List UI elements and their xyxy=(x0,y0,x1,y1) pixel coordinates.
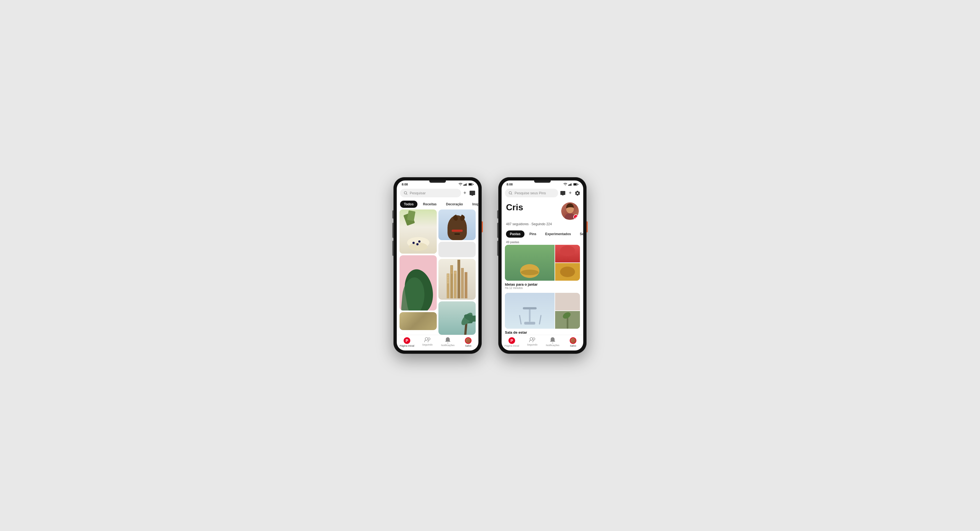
board-jantar[interactable]: Ideias para o jantar Há 12 minutos xyxy=(501,245,583,293)
svg-line-8 xyxy=(406,194,407,195)
phone-volume-down-button xyxy=(392,241,393,256)
nav-following-2[interactable]: Seguindo xyxy=(522,337,542,347)
svg-point-10 xyxy=(428,338,430,340)
svg-rect-6 xyxy=(473,184,473,185)
battery-icon xyxy=(468,183,473,186)
blank-pin[interactable] xyxy=(438,242,476,257)
bottom-navigation-2: P Página inicial Seguindo Notificações xyxy=(501,335,583,351)
board-main-image-1 xyxy=(505,245,555,281)
board-sala-title: Sala de estar xyxy=(505,329,580,335)
phone-notch-2 xyxy=(534,180,551,183)
nav-home[interactable]: P Página inicial xyxy=(397,337,417,347)
svg-rect-3 xyxy=(467,183,468,186)
svg-rect-17 xyxy=(578,184,578,185)
status-icons xyxy=(458,183,473,186)
followers-row: 487 seguidores · Seguindo 224 xyxy=(501,222,583,229)
buildings-pin[interactable] xyxy=(438,259,476,300)
tab-receitas[interactable]: Receitas xyxy=(419,201,440,208)
nav-following-label: Seguindo xyxy=(422,343,433,346)
bottom-navigation: P Página inicial Seguindo Notificações xyxy=(397,335,479,351)
tab-decoracao[interactable]: Decoração xyxy=(442,201,466,208)
profile-name-container: Cris xyxy=(506,202,523,212)
phone-mute-button-2 xyxy=(497,210,498,218)
svg-rect-5 xyxy=(469,183,472,185)
svg-point-7 xyxy=(404,191,407,194)
nav-following-label-2: Seguindo xyxy=(527,343,538,346)
bell-icon-2 xyxy=(550,337,555,343)
tab-experimentados[interactable]: Experimentados xyxy=(541,230,575,238)
board-sala[interactable]: Sala de estar xyxy=(501,293,583,335)
boards-count: 49 pastas xyxy=(501,239,583,245)
nav-saved-label-2: Salvo xyxy=(570,344,576,347)
following-icon-2 xyxy=(529,337,535,343)
nav-notifications-label-2: Notificações xyxy=(546,344,559,347)
pink-leaf-pin[interactable] xyxy=(399,255,437,311)
bell-icon xyxy=(445,337,450,343)
nav-saved-2[interactable]: Salvo xyxy=(563,337,583,347)
wifi-icon-2 xyxy=(563,183,567,186)
phone-home: 8:08 xyxy=(393,177,482,354)
board-jantar-time: Há 12 minutos xyxy=(505,287,580,290)
pins-column-1 xyxy=(399,209,437,335)
tab-se[interactable]: Se xyxy=(576,230,583,238)
board-sala-grid xyxy=(505,293,580,329)
nav-home-2[interactable]: P Página inicial xyxy=(501,337,522,347)
search-icon xyxy=(404,191,407,195)
nav-saved[interactable]: Salvo xyxy=(458,337,479,347)
following-icon xyxy=(424,337,430,343)
add-icon-2[interactable]: + xyxy=(569,190,572,196)
nav-notifications-label: Notificações xyxy=(441,344,454,347)
palm-pin[interactable] xyxy=(438,301,476,335)
tab-pins[interactable]: Pins xyxy=(526,230,540,238)
board-sm-image-1a xyxy=(555,245,580,263)
search-placeholder-2: Pesquise seus Pins xyxy=(515,191,546,195)
message-icon-2[interactable] xyxy=(560,190,565,196)
board-sm-image-1b xyxy=(555,263,580,281)
battery-icon-2 xyxy=(573,183,578,186)
nav-following[interactable]: Seguindo xyxy=(417,337,438,347)
nav-notifications[interactable]: Notificações xyxy=(438,337,458,347)
pins-column-2 xyxy=(438,209,476,335)
food-plant-pin[interactable] xyxy=(399,209,437,254)
phone-notch xyxy=(429,180,446,183)
following-count: Seguindo 224 xyxy=(531,222,552,226)
search-bar: Pesquisar + xyxy=(397,187,479,199)
dog-pin[interactable] xyxy=(438,209,476,240)
tab-todos[interactable]: Todos xyxy=(400,201,417,208)
tab-inspi[interactable]: Inspi xyxy=(468,201,479,208)
phone-mute-button xyxy=(392,210,393,218)
pinterest-logo-icon: P xyxy=(404,337,410,344)
svg-rect-14 xyxy=(572,183,572,186)
board-sm-image-2b xyxy=(555,311,580,329)
svg-rect-1 xyxy=(465,184,465,186)
user-avatar-nav-2 xyxy=(570,337,576,344)
wifi-icon xyxy=(458,183,462,186)
nav-home-label-2: Página inicial xyxy=(504,344,519,347)
phone-volume-up-button-2 xyxy=(497,223,498,238)
user-avatar-nav xyxy=(465,337,471,344)
search-input-container[interactable]: Pesquisar xyxy=(400,189,461,197)
message-icon[interactable] xyxy=(469,190,475,196)
nav-notifications-2[interactable]: Notificações xyxy=(542,337,563,347)
toolbar-icons: + xyxy=(463,190,475,196)
phone-power-button-2 xyxy=(587,221,588,232)
search-input-container-2[interactable]: Pesquise seus Pins xyxy=(505,189,558,197)
settings-icon[interactable] xyxy=(575,190,580,196)
texture-pin[interactable] xyxy=(399,312,437,330)
search-bar-2: Pesquise seus Pins + xyxy=(501,187,583,199)
profile-name: Cris xyxy=(506,202,523,212)
svg-point-18 xyxy=(509,191,512,194)
pinterest-logo-icon-2: P xyxy=(509,337,515,344)
board-jantar-title: Ideias para o jantar xyxy=(505,281,580,287)
verified-badge: ✓ xyxy=(573,214,578,219)
profile-avatar[interactable]: ✓ xyxy=(561,202,579,220)
status-time-2: 8:08 xyxy=(507,183,512,186)
followers-count: 487 seguidores xyxy=(506,222,529,226)
category-tabs: Todos Receitas Decoração Inspi xyxy=(397,199,479,209)
svg-line-19 xyxy=(511,194,512,195)
tab-pastas[interactable]: Pastas xyxy=(506,230,525,238)
status-icons-2 xyxy=(563,183,578,186)
signal-icon-2 xyxy=(568,183,572,186)
status-time: 8:08 xyxy=(402,183,408,186)
add-icon[interactable]: + xyxy=(463,190,466,196)
